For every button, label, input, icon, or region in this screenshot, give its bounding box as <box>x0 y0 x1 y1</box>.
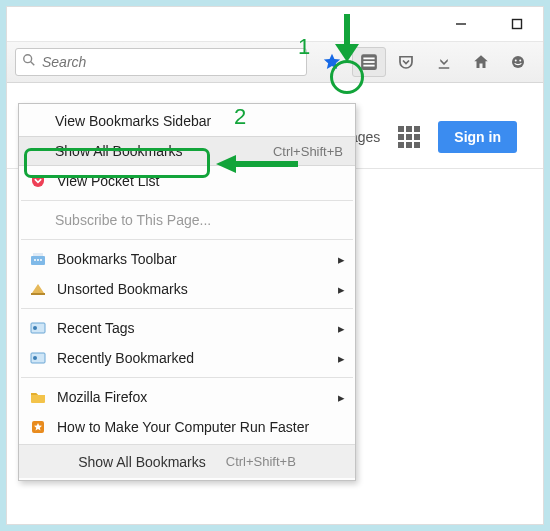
signin-button[interactable]: Sign in <box>438 121 517 153</box>
browser-toolbar <box>7 41 543 83</box>
menu-show-all-bookmarks[interactable]: Show All BookmarksCtrl+Shift+B <box>19 136 355 166</box>
svg-point-11 <box>520 60 522 62</box>
svg-point-9 <box>512 56 524 68</box>
unsorted-icon <box>29 280 47 298</box>
bookmarks-menu: View Bookmarks Sidebar Show All Bookmark… <box>18 103 356 481</box>
svg-point-14 <box>34 259 36 261</box>
folder-icon <box>29 388 47 406</box>
svg-point-21 <box>33 356 37 360</box>
menu-recent-tags[interactable]: Recent Tags <box>19 313 355 343</box>
menu-footer-show-all[interactable]: Show All Bookmarks Ctrl+Shift+B <box>19 444 355 478</box>
svg-rect-13 <box>33 253 43 256</box>
menu-view-pocket-list[interactable]: View Pocket List <box>19 166 355 196</box>
folder-toolbar-icon <box>29 250 47 268</box>
downloads-button[interactable] <box>427 47 460 77</box>
recent-icon <box>29 349 47 367</box>
svg-point-15 <box>37 259 39 261</box>
menu-separator <box>21 377 353 378</box>
menu-subscribe: Subscribe to This Page... <box>19 205 355 235</box>
bookmark-page-icon <box>29 418 47 436</box>
svg-rect-6 <box>363 61 374 63</box>
apps-grid-icon[interactable] <box>398 126 420 148</box>
menu-howto-bookmark[interactable]: How to Make Your Computer Run Faster <box>19 412 355 442</box>
menu-view-bookmarks-sidebar[interactable]: View Bookmarks Sidebar <box>19 106 355 136</box>
pocket-button[interactable] <box>390 47 423 77</box>
menu-mozilla-firefox[interactable]: Mozilla Firefox <box>19 382 355 412</box>
svg-rect-8 <box>438 67 449 69</box>
svg-rect-7 <box>363 65 374 67</box>
svg-point-16 <box>40 259 42 261</box>
hello-button[interactable] <box>502 47 535 77</box>
svg-point-2 <box>24 55 32 63</box>
menu-unsorted-bookmarks[interactable]: Unsorted Bookmarks <box>19 274 355 304</box>
pocket-icon <box>29 172 47 190</box>
menu-bookmarks-toolbar[interactable]: Bookmarks Toolbar <box>19 244 355 274</box>
menu-separator <box>21 239 353 240</box>
bookmarks-list-button[interactable] <box>352 47 385 77</box>
search-bar[interactable] <box>15 48 307 76</box>
svg-rect-1 <box>513 20 522 29</box>
menu-separator <box>21 308 353 309</box>
svg-point-19 <box>33 326 37 330</box>
bookmark-star-button[interactable] <box>315 47 348 77</box>
search-icon <box>22 53 36 71</box>
svg-point-10 <box>515 60 517 62</box>
svg-rect-17 <box>31 293 45 295</box>
menu-separator <box>21 200 353 201</box>
svg-rect-5 <box>363 58 374 60</box>
search-input[interactable] <box>42 54 300 70</box>
tag-icon <box>29 319 47 337</box>
window-titlebar <box>7 7 543 41</box>
maximize-button[interactable] <box>499 10 535 38</box>
home-button[interactable] <box>464 47 497 77</box>
svg-line-3 <box>31 62 35 66</box>
menu-recently-bookmarked[interactable]: Recently Bookmarked <box>19 343 355 373</box>
minimize-button[interactable] <box>443 10 479 38</box>
